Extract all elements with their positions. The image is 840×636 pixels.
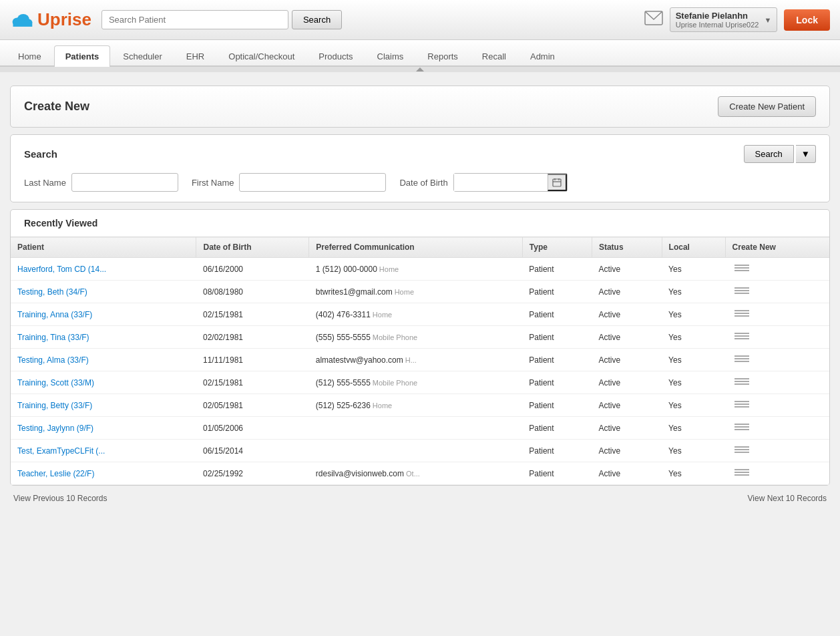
patient-status: Active (592, 394, 662, 417)
last-name-label: Last Name (24, 178, 66, 188)
nav-tab-recall[interactable]: Recall (471, 45, 517, 67)
comm-type: Mobile Phone (373, 333, 417, 341)
panel-search-button[interactable]: Search (744, 145, 794, 163)
prev-page-link[interactable]: View Previous 10 Records (13, 494, 108, 503)
patient-create-new (725, 326, 829, 349)
row-menu-icon[interactable] (732, 445, 752, 454)
next-page-link[interactable]: View Next 10 Records (748, 494, 827, 503)
row-menu-icon[interactable] (732, 468, 752, 477)
nav-tab-home[interactable]: Home (7, 45, 53, 67)
user-info: Stefanie Pielanhn Uprise Internal Uprise… (676, 11, 759, 29)
table-row: Testing, Alma (33/F)11/11/1981almatestvw… (11, 349, 829, 371)
first-name-input[interactable] (239, 173, 386, 192)
patient-link[interactable]: Training, Scott (33/M) (17, 378, 94, 387)
patient-dob: 11/11/1981 (196, 349, 309, 371)
last-name-field-group: Last Name (24, 173, 178, 192)
patient-local: Yes (662, 440, 725, 462)
recently-viewed-panel: Recently Viewed Patient Date of Birth Pr… (10, 209, 830, 486)
patient-link[interactable]: Testing, Alma (33/F) (17, 355, 89, 365)
patient-create-new (725, 462, 829, 485)
patient-create-new (725, 303, 829, 326)
patient-comm: (512) 525-6236Home (309, 394, 522, 417)
patient-dob: 02/02/1981 (196, 326, 309, 349)
dob-input-wrapper (453, 173, 568, 192)
nav-tab-products[interactable]: Products (307, 45, 364, 67)
search-panel-title: Search (24, 148, 57, 160)
dob-field-group: Date of Birth (399, 173, 567, 192)
dropdown-arrow-icon: ▼ (764, 16, 771, 24)
header-search-button[interactable]: Search (292, 10, 342, 29)
lock-button[interactable]: Lock (784, 9, 830, 31)
nav-tab-scheduler[interactable]: Scheduler (112, 45, 174, 67)
patient-type: Patient (522, 349, 592, 371)
patient-local: Yes (662, 258, 725, 281)
patient-link[interactable]: Training, Anna (33/F) (17, 310, 92, 319)
nav-tab-claims[interactable]: Claims (366, 45, 415, 67)
create-new-patient-button[interactable]: Create New Patient (718, 96, 816, 117)
logo-icon (10, 11, 34, 29)
patient-local: Yes (662, 349, 725, 371)
last-name-input[interactable] (71, 173, 178, 192)
patient-create-new (725, 371, 829, 394)
row-menu-icon[interactable] (732, 263, 752, 273)
patient-comm (309, 440, 522, 462)
patient-dob: 02/15/1981 (196, 371, 309, 394)
patient-dob: 02/05/1981 (196, 394, 309, 417)
calendar-button[interactable] (548, 174, 567, 191)
create-new-title: Create New (24, 100, 89, 114)
patient-type: Patient (522, 417, 592, 440)
patient-link[interactable]: Teacher, Leslie (22/F) (17, 469, 94, 478)
patient-local: Yes (662, 394, 725, 417)
row-menu-icon[interactable] (732, 377, 752, 386)
table-row: Training, Tina (33/F)02/02/1981(555) 555… (11, 326, 829, 349)
patient-status: Active (592, 440, 662, 462)
col-create-new: Create New (725, 237, 829, 258)
patient-type: Patient (522, 258, 592, 281)
patient-link[interactable]: Testing, Jaylynn (9/F) (17, 424, 93, 433)
user-dropdown[interactable]: Stefanie Pielanhn Uprise Internal Uprise… (670, 7, 778, 32)
patient-link[interactable]: Test, ExamTypeCLFit (... (17, 446, 105, 456)
nav-tab-optical-checkout[interactable]: Optical/Checkout (217, 45, 306, 67)
dob-input[interactable] (454, 174, 548, 191)
header-search-input[interactable] (101, 10, 288, 29)
nav-tab-patients[interactable]: Patients (54, 45, 111, 67)
pagination: View Previous 10 Records View Next 10 Re… (10, 486, 830, 511)
table-row: Haverford, Tom CD (14...06/16/20001 (512… (11, 258, 829, 281)
nav-tab-reports[interactable]: Reports (416, 45, 469, 67)
row-menu-icon[interactable] (732, 309, 752, 318)
search-panel-buttons: Search ▼ (744, 145, 816, 163)
patient-status: Active (592, 349, 662, 371)
table-row: Teacher, Leslie (22/F)02/25/1992rdesilva… (11, 462, 829, 485)
patient-link[interactable]: Training, Betty (33/F) (17, 401, 92, 410)
patient-dob: 06/16/2000 (196, 258, 309, 281)
logo-text: Uprise (37, 9, 91, 30)
table-row: Testing, Jaylynn (9/F)01/05/2006PatientA… (11, 417, 829, 440)
row-menu-icon[interactable] (732, 331, 752, 341)
patient-status: Active (592, 326, 662, 349)
row-menu-icon[interactable] (732, 354, 752, 363)
nav-tab-ehr[interactable]: EHR (175, 45, 216, 67)
row-menu-icon[interactable] (732, 286, 752, 295)
patient-comm: 1 (512) 000-0000Home (309, 258, 522, 281)
nav-tab-admin[interactable]: Admin (519, 45, 566, 67)
col-patient: Patient (11, 237, 196, 258)
patient-comm: (512) 555-5555Mobile Phone (309, 371, 522, 394)
recently-viewed-header: Recently Viewed (11, 210, 829, 236)
patient-dob: 02/25/1992 (196, 462, 309, 485)
patient-link[interactable]: Haverford, Tom CD (14... (17, 265, 106, 274)
row-menu-icon[interactable] (732, 400, 752, 409)
mail-icon[interactable] (644, 11, 663, 29)
patient-local: Yes (662, 326, 725, 349)
patient-link[interactable]: Training, Tina (33/F) (17, 333, 89, 342)
patient-link[interactable]: Testing, Beth (34/F) (17, 287, 87, 297)
patient-comm: almatestvw@yahoo.comH... (309, 349, 522, 371)
row-menu-icon[interactable] (732, 422, 752, 432)
patient-local: Yes (662, 371, 725, 394)
svg-rect-5 (553, 179, 561, 186)
comm-type: Home (395, 288, 414, 296)
panel-search-dropdown-button[interactable]: ▼ (796, 145, 816, 163)
patient-type: Patient (522, 326, 592, 349)
comm-type: H... (405, 356, 417, 364)
search-panel-header: Search Search ▼ (24, 145, 816, 163)
patient-status: Active (592, 303, 662, 326)
